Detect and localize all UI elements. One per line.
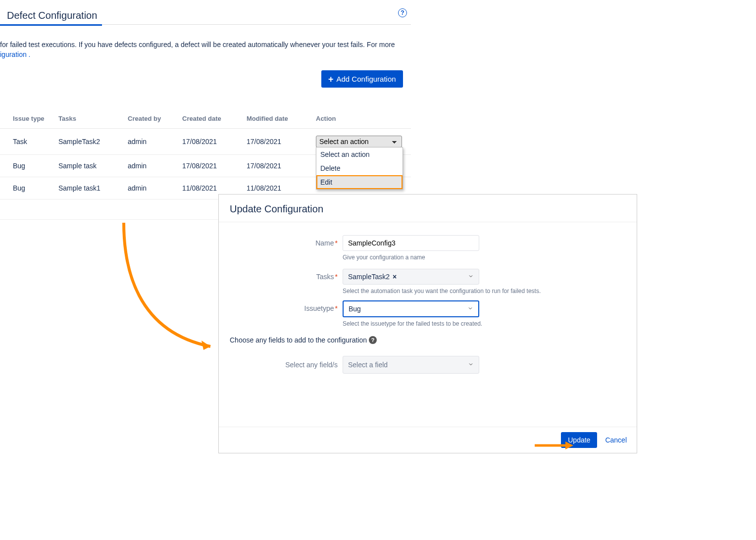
dialog-title: Update Configuration	[230, 203, 626, 215]
page-header: Defect Configuration ?	[0, 10, 411, 25]
tasks-chip-label: SampleTask2	[348, 273, 390, 281]
th-modifieddate: Modified date	[243, 109, 312, 129]
chevron-down-icon	[468, 361, 474, 369]
dialog-header: Update Configuration	[219, 195, 637, 222]
tasks-hint: Select the automation task you want the …	[343, 288, 620, 295]
action-option-delete[interactable]: Delete	[316, 161, 403, 175]
add-configuration-label: Add Configuration	[337, 75, 396, 83]
cell-createddate: 17/08/2021	[178, 129, 243, 155]
table-header-row: Issue type Tasks Created by Created date…	[0, 109, 411, 129]
chevron-down-icon	[468, 273, 474, 281]
name-hint: Give your configuration a name	[343, 254, 480, 261]
cell-createdby: admin	[124, 155, 178, 177]
th-issuetype: Issue type	[0, 109, 54, 129]
cancel-button[interactable]: Cancel	[605, 436, 627, 444]
issuetype-value: Bug	[349, 305, 361, 313]
cell-issuetype: Task	[0, 129, 54, 155]
fieldselect-label: Select any field/s	[230, 361, 343, 369]
th-createdby: Created by	[124, 109, 178, 129]
action-dropdown-panel: Select an action Delete Edit	[316, 147, 403, 190]
cell-createddate: 17/08/2021	[178, 155, 243, 177]
action-select[interactable]: Select an action	[316, 136, 402, 147]
dialog-footer: Update Cancel	[219, 427, 637, 453]
cell-tasks: SampleTask2	[54, 129, 124, 155]
cell-issuetype: Bug	[0, 155, 54, 177]
chevron-down-icon	[467, 305, 473, 313]
chip-remove-icon[interactable]: ×	[393, 273, 397, 281]
tasks-multiselect[interactable]: SampleTask2 ×	[343, 269, 479, 285]
name-label: Name	[315, 239, 334, 247]
action-option-edit[interactable]: Edit	[316, 175, 403, 189]
th-action: Action	[312, 109, 411, 129]
help-icon[interactable]: ?	[369, 336, 377, 344]
issuetype-select[interactable]: Bug	[343, 300, 479, 317]
fields-section-heading: Choose any fields to add to the configur…	[230, 336, 626, 344]
annotation-arrow-icon	[116, 220, 220, 351]
cell-issuetype: Bug	[0, 177, 54, 199]
intro-link[interactable]: iguration .	[0, 50, 30, 58]
fieldselect-placeholder: Select a field	[348, 361, 388, 369]
th-tasks: Tasks	[54, 109, 124, 129]
cell-tasks: Sample task	[54, 155, 124, 177]
tab-defect-configuration[interactable]: Defect Configuration	[0, 10, 102, 26]
help-icon[interactable]: ?	[398, 8, 407, 17]
issuetype-label: Issuetype	[304, 304, 334, 312]
dialog-body: Name* Give your configuration a name Tas…	[219, 222, 637, 430]
action-option-default[interactable]: Select an action	[316, 147, 403, 161]
th-createddate: Created date	[178, 109, 243, 129]
intro-line1: for failed test executions. If you have …	[0, 41, 395, 49]
cell-modifieddate: 17/08/2021	[243, 129, 312, 155]
issuetype-hint: Select the issuetype for the failed test…	[343, 320, 620, 327]
add-configuration-button[interactable]: + Add Configuration	[321, 70, 403, 88]
update-configuration-dialog: Update Configuration Name* Give your con…	[218, 194, 637, 453]
intro-text: for failed test executions. If you have …	[0, 40, 411, 59]
tasks-label: Tasks	[316, 273, 334, 281]
cell-modifieddate: 17/08/2021	[243, 155, 312, 177]
divider	[0, 219, 219, 220]
cell-createdby: admin	[124, 129, 178, 155]
name-input[interactable]	[343, 235, 479, 251]
cell-createdby: admin	[124, 177, 178, 199]
fieldselect-dropdown[interactable]: Select a field	[343, 356, 479, 374]
plus-icon: +	[328, 76, 334, 83]
update-button[interactable]: Update	[561, 432, 597, 448]
cell-tasks: Sample task1	[54, 177, 124, 199]
